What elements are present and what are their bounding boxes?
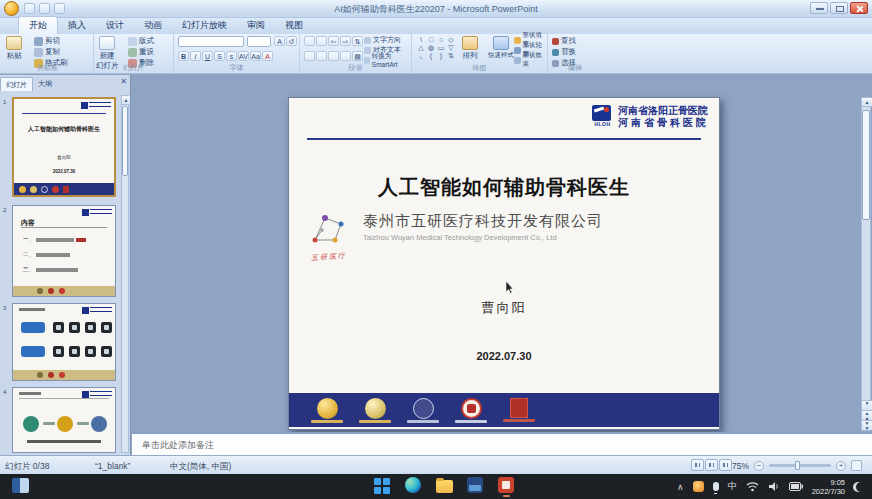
align-right-icon[interactable] [328, 51, 339, 61]
shadow-icon[interactable]: s [226, 51, 237, 61]
tray-chevron-icon[interactable]: ∧ [677, 482, 684, 492]
quick-styles-button[interactable]: 快速样式 [488, 36, 514, 60]
panel-scrollbar[interactable]: ▲ [121, 95, 129, 453]
slide-scroll-thumb[interactable] [862, 110, 870, 220]
tab-design[interactable]: 设计 [96, 17, 134, 34]
wifi-icon[interactable] [746, 481, 759, 492]
tab-view[interactable]: 视图 [275, 17, 313, 34]
system-tray: ∧ 中 9:05 2022/7/30 [677, 474, 866, 499]
slide-thumbnail-4[interactable] [12, 387, 116, 453]
font-style-buttons: B I U S s AV Aa A [178, 51, 273, 61]
file-explorer-button[interactable] [436, 477, 453, 494]
scroll-up-icon[interactable]: ▲ [862, 98, 872, 107]
slide-thumbnail-2[interactable]: 内容 一、 二、 三、 [12, 205, 116, 297]
paste-button[interactable]: 粘贴 [6, 36, 22, 61]
reset-button[interactable]: 重设 [128, 47, 154, 57]
font-color-icon[interactable]: A [262, 51, 273, 61]
tray-app-icon[interactable] [693, 481, 704, 492]
panel-tab-outline[interactable]: 大纲 [33, 77, 57, 91]
powerpoint-window: AI如何辅助骨科医生220207 - Microsoft PowerPoint … [0, 0, 872, 499]
clear-format-icon[interactable]: ↺ [286, 36, 297, 46]
char-spacing-icon[interactable]: AV [238, 51, 249, 61]
tab-slideshow[interactable]: 幻灯片放映 [172, 17, 237, 34]
align-left-icon[interactable] [304, 51, 315, 61]
media-app-button[interactable] [467, 477, 484, 494]
fit-to-window-icon[interactable] [851, 460, 862, 471]
close-button[interactable] [850, 2, 868, 14]
decrease-indent-icon[interactable]: ⇦ [328, 36, 339, 46]
zoom-in-icon[interactable]: + [836, 461, 846, 471]
widgets-icon[interactable] [12, 478, 29, 493]
arrange-button[interactable]: 排列 [462, 36, 478, 61]
text-direction-button[interactable]: 文字方向 [364, 35, 401, 45]
company-name-en: Taizhou Wuyan Medical Technology Develop… [363, 233, 603, 242]
thumb-logo [82, 307, 112, 315]
zoom-out-icon[interactable]: − [754, 461, 764, 471]
battery-icon[interactable] [789, 482, 803, 491]
align-center-icon[interactable] [316, 51, 327, 61]
layout-button[interactable]: 版式 [128, 36, 154, 46]
slide-sorter-icon[interactable] [705, 459, 718, 471]
tab-animations[interactable]: 动画 [134, 17, 172, 34]
panel-scroll-thumb[interactable] [122, 106, 128, 176]
zoom-slider-thumb[interactable] [795, 461, 800, 470]
zoom-level[interactable]: 75% [732, 461, 749, 471]
header-divider [307, 138, 701, 140]
change-case-icon[interactable]: Aa [250, 51, 261, 61]
company-logo-text: 五研医疗 [303, 250, 356, 264]
columns-icon[interactable]: ▤ [352, 51, 363, 61]
minimize-button[interactable] [810, 2, 828, 14]
maximize-button[interactable] [830, 2, 848, 14]
input-method-indicator[interactable]: 中 [728, 480, 737, 493]
justify-icon[interactable] [340, 51, 351, 61]
taskbar-clock[interactable]: 9:05 2022/7/30 [812, 478, 845, 496]
italic-icon[interactable]: I [190, 51, 201, 61]
tab-review[interactable]: 审阅 [237, 17, 275, 34]
strikethrough-icon[interactable]: S [214, 51, 225, 61]
microphone-icon[interactable] [713, 482, 719, 491]
replace-button[interactable]: 替换 [552, 47, 576, 57]
previous-slide-icon[interactable]: ▲▲ [862, 410, 872, 420]
grow-font-icon[interactable]: A [274, 36, 285, 46]
copy-button[interactable]: 复制 [34, 47, 60, 57]
slide-thumbnail-3[interactable] [12, 303, 116, 381]
slideshow-icon[interactable] [719, 459, 732, 471]
font-size-buttons: A ↺ [274, 36, 297, 46]
slide-scrollbar[interactable]: ▲ ▼ ▲▲ ▼▼ [861, 97, 871, 431]
language-indicator[interactable]: 中文(简体, 中国) [170, 461, 231, 473]
volume-icon[interactable] [768, 481, 780, 492]
tab-home[interactable]: 开始 [18, 16, 58, 34]
start-button[interactable] [374, 477, 391, 494]
slide-author[interactable]: 曹向阳 [289, 299, 719, 317]
slide-title[interactable]: 人工智能如何辅助骨科医生 [289, 174, 719, 201]
focus-assist-moon-icon[interactable] [856, 482, 866, 492]
find-button[interactable]: 查找 [552, 36, 576, 46]
cut-button[interactable]: 剪切 [34, 36, 60, 46]
font-name-combo[interactable] [178, 36, 244, 47]
increase-indent-icon[interactable]: ⇨ [340, 36, 351, 46]
tab-insert[interactable]: 插入 [58, 17, 96, 34]
slide-date[interactable]: 2022.07.30 [289, 350, 719, 362]
bold-icon[interactable]: B [178, 51, 189, 61]
slide-thumbnail-1[interactable]: 人工智能如何辅助骨科医生 曹向阳 2022.07.30 [12, 97, 116, 197]
next-slide-icon[interactable]: ▼▼ [862, 420, 872, 430]
text-direction-icon [364, 37, 371, 44]
shapes-gallery[interactable]: \□○◇ △◍▭▽ ◟()⇅ [416, 36, 460, 60]
powerpoint-app-button[interactable] [498, 477, 515, 494]
shape-fill-icon [514, 37, 521, 44]
slide-canvas[interactable]: HLOH 河南省洛阳正骨医院 河南省骨科医院 人工智能如何辅助骨科医生 [288, 97, 720, 430]
font-size-combo[interactable] [247, 36, 271, 47]
numbering-icon[interactable] [316, 36, 327, 46]
edge-browser-button[interactable] [405, 477, 422, 494]
normal-view-icon[interactable] [691, 459, 704, 471]
scroll-up-icon[interactable]: ▲ [122, 96, 130, 105]
line-spacing-icon[interactable]: ⇅ [352, 36, 363, 46]
bullets-icon[interactable] [304, 36, 315, 46]
panel-close-icon[interactable]: ✕ [120, 77, 127, 86]
underline-icon[interactable]: U [202, 51, 213, 61]
zoom-slider[interactable] [769, 464, 831, 467]
notes-pane[interactable]: 单击此处添加备注 [132, 432, 872, 455]
hospital-name-line1: 河南省洛阳正骨医院 [618, 105, 709, 117]
panel-tab-slides[interactable]: 幻灯片 [0, 77, 33, 91]
scroll-down-icon[interactable]: ▼ [862, 400, 872, 410]
